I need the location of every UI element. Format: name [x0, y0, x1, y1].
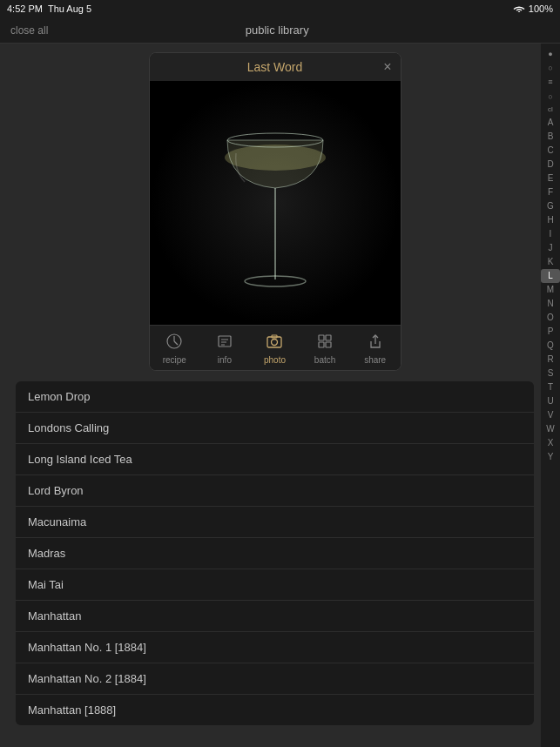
index-letter-r[interactable]: R: [541, 353, 560, 367]
svg-rect-17: [326, 342, 331, 347]
recipe-label: recipe: [163, 355, 186, 365]
close-all-button[interactable]: close all: [10, 24, 48, 37]
recipe-icon: [165, 333, 183, 353]
share-icon: [367, 333, 384, 353]
index-letter-t[interactable]: T: [541, 380, 560, 394]
info-label: info: [218, 355, 232, 365]
index-letter-v[interactable]: V: [541, 408, 560, 422]
photo-label: photo: [264, 355, 286, 365]
index-letter-i[interactable]: I: [541, 227, 560, 241]
index-letter-n[interactable]: N: [541, 297, 560, 311]
index-letter-e[interactable]: E: [541, 172, 560, 185]
list-item[interactable]: Mai Tai: [16, 569, 534, 601]
photo-icon: [266, 333, 283, 353]
list-item[interactable]: Londons Calling: [16, 413, 534, 444]
list-item[interactable]: Manhattan [1888]: [16, 695, 534, 725]
index-letter-d[interactable]: D: [541, 158, 560, 172]
svg-line-6: [174, 341, 178, 345]
index-letter-o[interactable]: O: [541, 311, 560, 325]
index-letter-j[interactable]: J: [541, 241, 560, 255]
list-item[interactable]: Lord Byron: [16, 475, 534, 507]
cocktail-list: Lemon Drop Londons Calling Long Island I…: [16, 381, 534, 725]
index-letter-u[interactable]: U: [541, 394, 560, 408]
svg-rect-14: [319, 335, 324, 340]
index-special-2[interactable]: ≡: [541, 75, 560, 89]
index-letter-y[interactable]: Y: [541, 450, 560, 464]
close-icon[interactable]: ×: [383, 59, 391, 75]
index-special-0[interactable]: ●: [541, 47, 560, 61]
index-letter-k[interactable]: K: [541, 255, 560, 269]
index-letter-a[interactable]: A: [541, 116, 560, 130]
cocktail-glass-svg: [219, 88, 332, 319]
index-letter-q[interactable]: Q: [541, 339, 560, 353]
index-letter-f[interactable]: F: [541, 185, 560, 199]
toolbar-share[interactable]: share: [350, 326, 401, 370]
index-letter-w[interactable]: W: [541, 422, 560, 436]
index-letter-p[interactable]: P: [541, 325, 560, 339]
index-letter-m[interactable]: M: [541, 283, 560, 297]
cocktail-image: [150, 81, 401, 325]
list-item[interactable]: Madras: [16, 538, 534, 569]
status-bar: 4:52 PM Thu Aug 5 100%: [0, 0, 560, 17]
library-title: public library: [246, 24, 309, 37]
index-letter-s[interactable]: S: [541, 367, 560, 380]
svg-rect-11: [267, 337, 281, 347]
svg-rect-16: [319, 342, 324, 347]
index-special-4[interactable]: cl: [541, 104, 560, 116]
toolbar-recipe[interactable]: recipe: [150, 326, 200, 370]
list-item[interactable]: Long Island Iced Tea: [16, 444, 534, 475]
toolbar-batch[interactable]: batch: [300, 326, 350, 370]
modal-title: Last Word: [247, 60, 303, 74]
content-area: Last Word ×: [0, 44, 541, 747]
list-item[interactable]: Lemon Drop: [16, 381, 534, 413]
list-item[interactable]: Macunaima: [16, 507, 534, 538]
index-special-1[interactable]: ○: [541, 61, 560, 75]
svg-point-12: [272, 340, 278, 346]
index-letter-b[interactable]: B: [541, 130, 560, 144]
modal-header: Last Word ×: [150, 53, 401, 81]
battery-label: 100%: [529, 3, 553, 14]
main-area: Last Word ×: [0, 44, 560, 747]
modal-card: Last Word ×: [149, 52, 401, 371]
modal-toolbar: recipe info: [150, 325, 401, 370]
index-letter-h[interactable]: H: [541, 213, 560, 227]
batch-icon: [316, 333, 334, 353]
list-item[interactable]: Manhattan: [16, 601, 534, 632]
share-label: share: [364, 355, 386, 365]
toolbar-info[interactable]: info: [199, 326, 250, 370]
info-icon: [216, 333, 233, 353]
list-item[interactable]: Manhattan No. 1 [1884]: [16, 632, 534, 663]
top-nav: close all public library: [0, 17, 560, 44]
batch-label: batch: [314, 355, 335, 365]
index-letter-g[interactable]: G: [541, 199, 560, 213]
list-item[interactable]: Manhattan No. 2 [1884]: [16, 663, 534, 695]
index-special-3[interactable]: ○: [541, 90, 560, 104]
wifi-icon: [513, 3, 525, 14]
index-letter-x[interactable]: X: [541, 436, 560, 450]
status-date: Thu Aug 5: [48, 3, 91, 14]
toolbar-photo[interactable]: photo: [250, 326, 300, 370]
index-letter-l[interactable]: L: [541, 269, 560, 283]
index-sidebar: ● ○ ≡ ○ cl A B C D E F G H I J K L M N O…: [541, 44, 560, 747]
svg-rect-15: [326, 335, 331, 340]
index-letter-c[interactable]: C: [541, 144, 560, 158]
status-time: 4:52 PM: [7, 3, 43, 14]
